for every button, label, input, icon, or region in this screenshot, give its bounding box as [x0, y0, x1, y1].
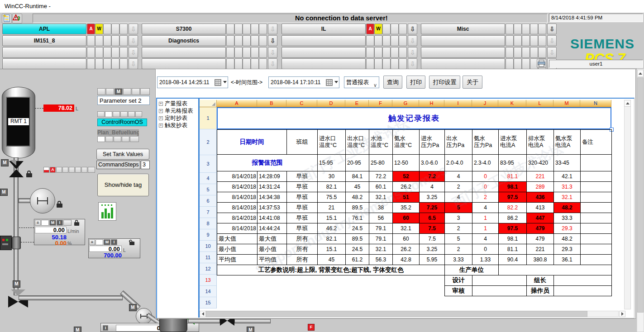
- command-steps-value[interactable]: 3: [141, 161, 150, 169]
- header-col[interactable]: 备注: [581, 130, 612, 155]
- alarm-range-value[interactable]: 320-420: [527, 155, 554, 171]
- pump-m-badge[interactable]: M: [0, 189, 8, 196]
- nav-alarm-cell[interactable]: [538, 47, 546, 58]
- nav-alarm-cell[interactable]: [251, 47, 259, 58]
- summary-value[interactable]: 79.1: [369, 234, 393, 244]
- cell-value[interactable]: 5: [445, 203, 472, 213]
- nav-alarm-cell[interactable]: [95, 47, 103, 58]
- cell-date[interactable]: 8/14/2018: [217, 213, 258, 223]
- cell-value[interactable]: 15.1: [318, 213, 346, 223]
- new-report-icon[interactable]: [2, 14, 12, 24]
- header-col[interactable]: 排水泵 电流A: [527, 130, 554, 155]
- nav-dropdown-arrow[interactable]: ⇩: [408, 24, 417, 34]
- column-header-F[interactable]: F: [369, 100, 392, 107]
- faceplate-menu-cell[interactable]: ≡: [35, 220, 41, 226]
- cell-value[interactable]: [581, 203, 612, 213]
- nav-alarm-cell[interactable]: [530, 47, 538, 58]
- header-col[interactable]: 水池 温度°C: [369, 130, 393, 155]
- cell-value[interactable]: 72.2: [369, 171, 393, 182]
- cell-value[interactable]: 2: [472, 192, 499, 203]
- nav-button-IL[interactable]: IL: [281, 24, 366, 34]
- manual-badge[interactable]: M: [104, 239, 110, 245]
- cell-value[interactable]: 46.2: [318, 223, 346, 234]
- column-header-E[interactable]: E: [345, 100, 369, 107]
- summary-value[interactable]: 29.3: [554, 244, 581, 255]
- nav-dropdown-arrow[interactable]: ⇩: [408, 58, 417, 69]
- summary-value[interactable]: 48.2: [554, 234, 581, 244]
- header-col[interactable]: 进水口 温度°C: [318, 130, 346, 155]
- internal-badge[interactable]: I: [103, 325, 108, 331]
- nav-button-empty[interactable]: [421, 47, 505, 58]
- column-header-L[interactable]: L: [526, 100, 553, 107]
- nav-button-Diagnostics[interactable]: Diagnostics: [142, 35, 226, 46]
- printer-button[interactable]: [537, 59, 546, 68]
- nav-button-empty[interactable]: [281, 47, 366, 58]
- summary-value[interactable]: 3.25: [420, 244, 445, 255]
- header-shift[interactable]: 班组: [287, 130, 318, 155]
- header-col[interactable]: 氨水泵 电流A: [554, 130, 581, 155]
- nav-alarm-cell[interactable]: [259, 24, 267, 34]
- nav-alarm-cell[interactable]: [103, 58, 111, 69]
- cell-value[interactable]: [581, 182, 612, 192]
- nav-alarm-cell[interactable]: [111, 24, 119, 34]
- cell-value[interactable]: 21: [318, 203, 346, 213]
- nav-alarm-cell[interactable]: [243, 35, 251, 46]
- row-header-11[interactable]: 11: [200, 252, 217, 263]
- nav-button-empty[interactable]: [421, 58, 505, 69]
- alarm-badge[interactable]: A: [87, 24, 95, 34]
- sheet-corner-cell[interactable]: [200, 100, 217, 107]
- sign-field[interactable]: [472, 286, 527, 296]
- cell-value[interactable]: 82.2: [499, 203, 527, 213]
- cell-value[interactable]: 75.5: [318, 192, 346, 203]
- row-header-4[interactable]: 4: [200, 173, 217, 184]
- summary-value[interactable]: 479: [527, 234, 554, 244]
- to-datetime-picker[interactable]: 2018-08-14 17:10:11: [268, 76, 339, 88]
- cell-value[interactable]: 31.3: [554, 182, 581, 192]
- picture-scrollbar[interactable]: [637, 69, 644, 332]
- cell-value[interactable]: 86.2: [499, 213, 527, 223]
- volume-faceplate[interactable]: ≡ M I 0.00 L 700.00: [88, 238, 140, 258]
- alarm-state-cell[interactable]: [43, 167, 49, 173]
- cell-value[interactable]: 89.5: [346, 203, 369, 213]
- nav-alarm-cell[interactable]: [538, 35, 546, 46]
- summary-value[interactable]: 15.1: [318, 244, 346, 255]
- alarm-range-value[interactable]: 83-95: [499, 155, 527, 171]
- summary-value[interactable]: 81.1: [499, 244, 527, 255]
- nav-dropdown-arrow[interactable]: ⇩: [129, 47, 138, 58]
- cell-time[interactable]: 14:41:08: [258, 213, 287, 223]
- cell-value[interactable]: 29.3: [554, 223, 581, 234]
- sign-field[interactable]: [472, 275, 527, 286]
- row-header-9[interactable]: 9: [200, 229, 217, 241]
- nav-alarm-cell[interactable]: [382, 58, 391, 69]
- sheet-scroll-left-button[interactable]: [200, 311, 206, 317]
- cell-value[interactable]: 79.1: [369, 223, 393, 234]
- cell-value[interactable]: 32.1: [369, 192, 393, 203]
- alarm-range-value[interactable]: 33-45: [554, 155, 581, 171]
- calendar-icon[interactable]: [326, 79, 333, 86]
- alarm-acknowledge-icon[interactable]: [12, 14, 22, 24]
- cell-shift[interactable]: 早班: [287, 182, 318, 192]
- nav-alarm-cell[interactable]: [382, 24, 391, 34]
- nav-dropdown-arrow[interactable]: ⇩: [408, 35, 417, 46]
- flow-faceplate[interactable]: ≡ M I 0.00 L/min 50.18 0.00 %: [34, 219, 85, 245]
- cell-shift[interactable]: 早班: [287, 203, 318, 213]
- cell-value[interactable]: 289: [527, 182, 554, 192]
- row-header-13[interactable]: 13: [200, 275, 217, 286]
- cell-time[interactable]: 14:31:24: [258, 182, 287, 192]
- bottom-m-badge[interactable]: M: [74, 327, 81, 332]
- nav-dropdown-arrow[interactable]: ⇩: [129, 24, 138, 34]
- nav-alarm-cell[interactable]: [391, 58, 399, 69]
- cell-value[interactable]: 82.1: [318, 182, 346, 192]
- nav-button-empty[interactable]: [2, 58, 86, 69]
- cell-value[interactable]: 2: [445, 223, 472, 234]
- summary-value[interactable]: 56.3: [369, 255, 393, 265]
- report-type-select[interactable]: 普通报表 ∨: [344, 76, 379, 88]
- nav-alarm-cell[interactable]: [226, 24, 234, 34]
- cell-value[interactable]: 60: [393, 213, 420, 223]
- cell-date[interactable]: 8/14/2018: [217, 192, 258, 203]
- nav-alarm-cell[interactable]: [506, 35, 514, 46]
- nav-alarm-cell[interactable]: [506, 24, 514, 34]
- nav-alarm-cell[interactable]: [259, 47, 267, 58]
- nav-alarm-cell[interactable]: [391, 47, 399, 58]
- nav-button-IM151_8[interactable]: IM151_8: [2, 35, 86, 46]
